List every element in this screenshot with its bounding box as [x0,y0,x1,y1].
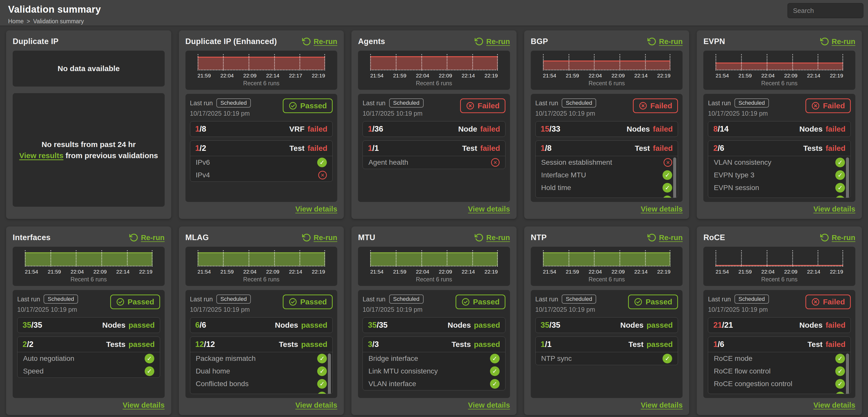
test-item: Package mismatch [190,352,333,365]
rerun-label: Re-run [314,37,337,46]
search-input[interactable] [787,3,863,18]
scheduled-chip: Scheduled [216,98,251,108]
test-item: EVPN type 3 [708,169,850,181]
scheduled-chip: Scheduled [389,294,424,304]
nodes-summary-row: 15/33 Nodes failed [535,121,678,137]
view-details-link[interactable]: View details [468,401,510,409]
tick-label: 22:04 [589,73,602,79]
tests-header: 1/8 Test failed [536,141,678,156]
tests-fraction: 1/6 [713,340,724,349]
last-run-timestamp: 10/17/2025 10:19 pm [190,306,251,313]
status-badge: Failed [805,294,851,309]
nodes-label: Nodes [799,321,823,329]
rerun-link[interactable]: Re-run [820,233,855,242]
chart-baseline [543,266,671,267]
chart-tick [792,54,793,70]
summary-panel: Last run Scheduled 10/17/2025 10:19 pm P… [531,290,683,398]
view-details-link[interactable]: View details [296,205,338,213]
nodes-fraction-num: 15 [541,125,549,133]
rerun-link[interactable]: Re-run [302,233,337,242]
rerun-label: Re-run [659,37,683,46]
tests-scrollbar[interactable] [846,158,849,198]
tick-labels: 21:5421:5922:0422:0922:1422:19 [197,269,325,275]
chart-caption: Recent 6 runs [715,80,843,88]
rerun-link[interactable]: Re-run [474,37,510,46]
tick-label: 22:17 [289,73,302,79]
chart-area [543,252,671,266]
view-details-link[interactable]: View details [641,205,683,213]
rerun-link[interactable]: Re-run [129,233,164,242]
view-details-link[interactable]: View details [641,401,683,409]
tests-fraction-den: /12 [204,340,215,349]
test-name: RoCE mode [714,354,752,362]
card-title: Agents [358,37,385,46]
tests-panel: 1/6 Test failed RoCE mode RoCE flow cont… [708,337,851,394]
chart-tick [645,250,646,267]
status-badge: Passed [456,294,505,309]
chart-tick [421,54,422,70]
tests-scrollbar[interactable] [673,158,676,198]
view-details-link[interactable]: View details [813,205,855,213]
test-name: Speed [23,367,43,375]
nodes-fraction-den: /35 [549,321,560,329]
nodes-fraction-den: /6 [199,321,206,329]
nodes-fraction-den: /8 [199,125,206,133]
check-icon [145,354,154,363]
tests-scrollbar[interactable] [328,353,331,394]
chart-tick [543,250,544,267]
scheduled-chip: Scheduled [735,98,769,108]
tests-list: IPv6 IPv4 [190,156,333,181]
tests-fraction: 3/3 [368,340,379,349]
rerun-link[interactable]: Re-run [647,37,683,46]
chart-tick [472,250,473,267]
nodes-fraction: 15/33 [541,125,560,134]
check-icon [835,354,845,363]
tests-panel: 12/12 Tests passed Package mismatch Dual… [190,337,333,394]
chart-tick [842,54,843,70]
check-icon [317,158,327,167]
chart-tick [51,250,51,267]
tests-list: NTP sync [536,352,678,365]
check-icon [835,392,845,394]
page-title: Validation summary [8,4,868,15]
nodes-fraction: 21/21 [713,321,733,330]
rerun-link[interactable]: Re-run [474,233,510,242]
chart-tick [472,54,473,70]
view-details-link[interactable]: View details [813,401,855,409]
rerun-link[interactable]: Re-run [820,37,855,46]
page-header: Validation summary Home > Validation sum… [0,0,868,26]
chart-tick [447,250,447,267]
tests-panel: 1/1 Test failed Agent health [363,140,505,169]
chart-caption: Recent 6 runs [370,276,498,284]
tests-fraction-den: /3 [372,340,379,349]
test-name: MLAG SYSMAC [196,392,248,394]
check-icon [490,354,500,363]
view-details-link[interactable]: View details [123,401,165,409]
summary-panel: Last run Scheduled 10/17/2025 10:19 pm F… [358,94,510,202]
tick-label: 22:04 [416,73,429,79]
chart-tick [274,54,275,70]
check-icon [662,170,672,180]
test-name: Package mismatch [196,354,256,362]
view-results-link[interactable]: View results [19,151,64,160]
rerun-link[interactable]: Re-run [302,37,337,46]
chart-tick [25,250,26,267]
view-details-link[interactable]: View details [468,205,510,213]
chart-tick [76,250,76,267]
breadcrumb-home[interactable]: Home [8,18,24,25]
tests-label: Test [289,144,304,152]
tests-scrollbar[interactable] [846,353,849,394]
tick-label: 22:19 [485,269,498,275]
chart-caption: Recent 6 runs [25,276,153,284]
rerun-link[interactable]: Re-run [647,233,683,242]
check-circle-icon [116,298,125,306]
view-details-link[interactable]: View details [296,401,338,409]
chart-tick [741,54,742,70]
nodes-result: passed [301,321,327,329]
tests-result: failed [826,144,845,152]
test-item: IPv6 [190,156,333,169]
test-item: RoCE congestion control [708,378,850,390]
tests-fraction: 1/2 [195,144,206,153]
run-history-chart: 21:5421:5922:0422:0922:1422:19 Recent 6 … [703,50,855,90]
last-run-label: Last run [535,296,558,303]
